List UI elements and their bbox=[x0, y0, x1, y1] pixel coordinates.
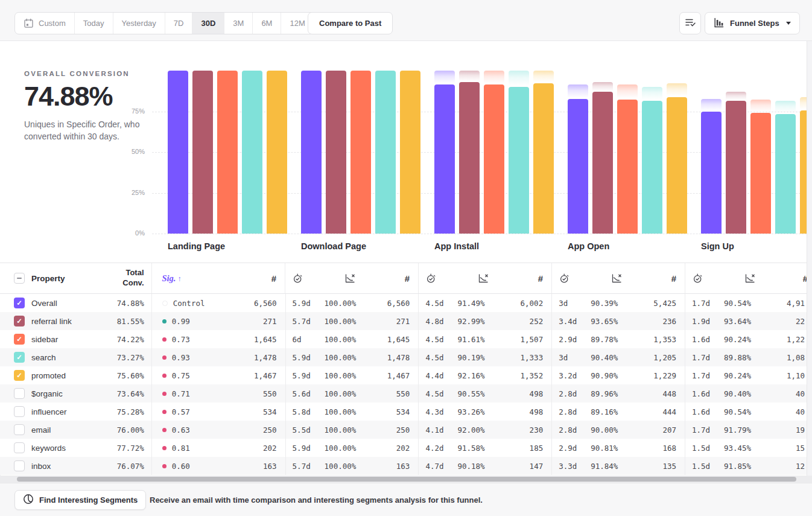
count-icon[interactable]: # bbox=[405, 273, 410, 284]
count-icon[interactable]: # bbox=[271, 273, 276, 284]
funnel-bar[interactable] bbox=[750, 113, 771, 234]
funnel-bar[interactable] bbox=[617, 100, 638, 234]
time-to-convert: 1.5d bbox=[685, 444, 724, 453]
conversion-rate: 90.81% bbox=[591, 444, 642, 453]
property-checkbox[interactable]: ✓ bbox=[14, 352, 25, 363]
conversion-rate-icon[interactable] bbox=[724, 273, 776, 284]
count-icon[interactable]: # bbox=[671, 273, 676, 284]
overall-conversion-description: Uniques in Specific Order, who converted… bbox=[24, 118, 148, 143]
date-range-6m[interactable]: 6M bbox=[253, 13, 281, 34]
count-icon[interactable]: # bbox=[538, 273, 543, 284]
landing-page-cell-group: 0.931,478 bbox=[152, 348, 286, 366]
property-cell: ✓sidebar74.22% bbox=[0, 330, 152, 348]
conversion-rate-icon[interactable] bbox=[324, 273, 376, 284]
step-cell-group: 1.5d91.85%12 bbox=[685, 457, 812, 475]
step-count: 6,560 bbox=[225, 299, 285, 308]
date-range-7d[interactable]: 7D bbox=[165, 13, 193, 34]
conversion-rate: 91.58% bbox=[457, 444, 509, 453]
list-check-icon-button[interactable] bbox=[679, 12, 701, 34]
funnel-bar[interactable] bbox=[568, 99, 588, 234]
step-count: 1,229 bbox=[642, 371, 685, 380]
conversion-rate: 100.00% bbox=[325, 317, 376, 326]
significance-dot bbox=[162, 428, 167, 432]
step-cell-group: 5.7d100.00%271 bbox=[286, 312, 419, 330]
conversion-rate: 90.90% bbox=[591, 371, 642, 380]
funnel-bar[interactable] bbox=[192, 71, 213, 234]
funnel-bar[interactable] bbox=[242, 71, 262, 234]
funnel-bar[interactable] bbox=[375, 71, 396, 234]
funnel-bar-dropoff-ghost bbox=[484, 71, 504, 84]
property-checkbox[interactable] bbox=[14, 406, 25, 417]
funnel-bar[interactable] bbox=[701, 112, 722, 234]
compare-to-past-button[interactable]: Compare to Past bbox=[308, 12, 393, 34]
funnel-bars-icon bbox=[714, 18, 725, 30]
funnel-bar[interactable] bbox=[217, 71, 238, 234]
conversion-rate-icon[interactable] bbox=[591, 273, 642, 284]
interesting-segments-icon bbox=[23, 494, 34, 506]
funnel-bar[interactable] bbox=[642, 101, 662, 234]
table-row: keywords77.72%0.812025.9d100.00%2024.2d9… bbox=[0, 439, 812, 457]
sig-sort-header[interactable]: Sig.↑ bbox=[162, 273, 182, 284]
date-range-custom[interactable]: Custom bbox=[15, 13, 75, 34]
conversion-rate-icon[interactable] bbox=[457, 273, 509, 284]
date-range-30d[interactable]: 30D bbox=[192, 13, 224, 34]
significance-cell: 0.71 bbox=[152, 389, 225, 398]
property-name: inbox bbox=[31, 462, 110, 471]
funnel-bar[interactable] bbox=[459, 82, 480, 234]
significance-dot bbox=[162, 446, 167, 450]
significance-dot bbox=[162, 337, 167, 342]
time-to-convert-icon[interactable] bbox=[285, 273, 324, 284]
date-range-label: 12M bbox=[290, 19, 305, 28]
landing-page-cell-group: 0.60163 bbox=[152, 457, 286, 475]
time-to-convert: 5.7d bbox=[286, 317, 325, 326]
funnel-bar[interactable] bbox=[592, 92, 613, 234]
property-checkbox[interactable]: ✓ bbox=[14, 334, 25, 345]
funnel-bar[interactable] bbox=[434, 84, 455, 234]
property-checkbox[interactable]: ✓ bbox=[14, 298, 25, 308]
funnel-bar[interactable] bbox=[726, 101, 746, 234]
property-checkbox[interactable] bbox=[14, 442, 25, 453]
date-range-yesterday[interactable]: Yesterday bbox=[113, 13, 165, 34]
landing-page-cell-group: Control6,560 bbox=[152, 294, 286, 312]
time-to-convert-icon[interactable] bbox=[552, 273, 591, 284]
funnel-bar[interactable] bbox=[267, 71, 287, 234]
property-checkbox[interactable] bbox=[14, 460, 25, 471]
date-range-today[interactable]: Today bbox=[75, 13, 113, 34]
property-checkbox[interactable]: ✓ bbox=[14, 370, 25, 381]
time-to-convert-icon[interactable] bbox=[685, 273, 724, 284]
funnel-bar[interactable] bbox=[350, 71, 371, 234]
step-count: 250 bbox=[225, 425, 285, 435]
view-selector-dropdown[interactable]: Funnel Steps bbox=[705, 12, 800, 34]
step-cell-group: 1.7d90.24%1,10 bbox=[685, 366, 812, 384]
funnel-bar[interactable] bbox=[775, 114, 796, 234]
property-checkbox[interactable]: ✓ bbox=[14, 316, 25, 326]
funnel-bar[interactable] bbox=[326, 71, 346, 234]
landing-page-cell-group: 0.99271 bbox=[152, 312, 286, 330]
horizontal-scrollbar-thumb[interactable] bbox=[17, 477, 796, 482]
step-cell-group: 1.6d90.40%40 bbox=[685, 384, 812, 403]
table-row: influencer75.28%0.575345.8d100.00%5344.3… bbox=[0, 403, 812, 421]
count-header-cell: # bbox=[642, 273, 685, 284]
funnel-bar[interactable] bbox=[509, 87, 529, 234]
select-all-checkbox[interactable] bbox=[14, 273, 25, 284]
property-checkbox[interactable] bbox=[14, 388, 25, 399]
funnel-bar[interactable] bbox=[400, 71, 420, 234]
funnel-bar[interactable] bbox=[484, 84, 504, 234]
find-interesting-segments-button[interactable]: Find Interesting Segments bbox=[14, 490, 146, 510]
conversion-rate: 100.00% bbox=[325, 389, 376, 398]
step-count: 534 bbox=[376, 407, 419, 416]
funnel-bar[interactable] bbox=[168, 71, 188, 234]
time-to-convert-icon[interactable] bbox=[419, 273, 457, 284]
significance-cell: 0.60 bbox=[152, 462, 225, 471]
time-to-convert: 1.5d bbox=[685, 462, 724, 471]
property-checkbox[interactable] bbox=[14, 424, 25, 435]
funnel-bar[interactable] bbox=[301, 71, 322, 234]
funnel-bar-dropoff-ghost bbox=[775, 101, 796, 114]
step-cell-group: 5.5d100.00%250 bbox=[286, 421, 419, 439]
table-rows: ✓Overall74.88%Control6,5605.9d100.00%6,5… bbox=[0, 294, 812, 475]
step-count: 1,467 bbox=[225, 371, 285, 380]
horizontal-scrollbar-track[interactable] bbox=[0, 476, 812, 483]
funnel-bar[interactable] bbox=[533, 83, 554, 234]
date-range-3m[interactable]: 3M bbox=[224, 13, 253, 34]
funnel-bar[interactable] bbox=[667, 97, 687, 234]
